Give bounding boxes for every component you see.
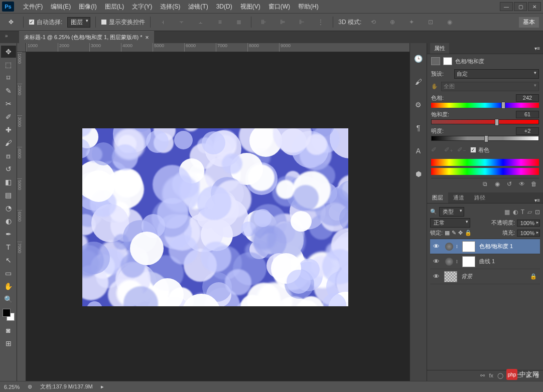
- filter-type-icon[interactable]: T: [521, 209, 524, 216]
- filter-kind-select[interactable]: 类型: [439, 207, 464, 217]
- filter-adj-icon[interactable]: ◐: [513, 209, 518, 216]
- layers-tab[interactable]: 图层: [427, 192, 448, 203]
- link-layers-icon[interactable]: ⚯: [480, 372, 485, 379]
- document-tab[interactable]: 未标题-1 @ 6.25% (色相/饱和度 1, 图层蒙版/8) * ×: [19, 31, 154, 43]
- crop-tool[interactable]: ✂: [1, 98, 16, 110]
- auto-select-target[interactable]: 图层: [67, 17, 90, 28]
- workspace-button[interactable]: 基本: [519, 17, 539, 28]
- lightness-slider[interactable]: [431, 136, 539, 141]
- image-thumbnail[interactable]: [444, 271, 457, 282]
- reset-icon[interactable]: ↺: [507, 180, 515, 187]
- filter-pixel-icon[interactable]: ▦: [504, 209, 510, 216]
- pen-tool[interactable]: ✒: [1, 228, 16, 240]
- clip-to-layer-icon[interactable]: ⧉: [483, 180, 491, 187]
- layer-curves[interactable]: 👁 ⁞ 曲线 1: [430, 254, 540, 269]
- toggle-visibility-icon[interactable]: 👁: [519, 180, 527, 187]
- 3d-panel-icon[interactable]: ⬢: [413, 168, 424, 179]
- hue-value-input[interactable]: 242: [516, 94, 539, 102]
- menu-view[interactable]: 视图(V): [236, 3, 264, 11]
- visibility-toggle[interactable]: 👁: [430, 243, 442, 250]
- menu-type[interactable]: 文字(Y): [128, 3, 156, 11]
- zoom-level[interactable]: 6.25%: [4, 384, 20, 390]
- layers-menu-icon[interactable]: ▾≡: [531, 198, 543, 203]
- menu-edit[interactable]: 编辑(E): [47, 3, 75, 11]
- tab-close-icon[interactable]: ×: [146, 34, 149, 41]
- blur-tool[interactable]: ◔: [1, 202, 16, 214]
- visibility-toggle[interactable]: 👁: [430, 273, 442, 280]
- mask-thumbnail[interactable]: [462, 241, 475, 252]
- channels-tab[interactable]: 通道: [448, 192, 469, 203]
- lasso-tool[interactable]: ⌑: [1, 72, 16, 84]
- screen-mode-toggle[interactable]: ⊞: [1, 337, 16, 349]
- brush-tool[interactable]: 🖌: [1, 137, 16, 149]
- blend-mode-select[interactable]: 正常: [430, 218, 470, 228]
- path-select-tool[interactable]: ↖: [1, 254, 16, 266]
- brush-panel-icon[interactable]: 🖌: [413, 76, 424, 87]
- quick-mask-toggle[interactable]: ◙: [1, 324, 16, 336]
- opacity-input[interactable]: 100%: [517, 220, 540, 227]
- gradient-tool[interactable]: ▤: [1, 189, 16, 201]
- mask-link-icon[interactable]: ⁞: [456, 259, 460, 264]
- filter-shape-icon[interactable]: ▱: [527, 209, 532, 216]
- delete-adjustment-icon[interactable]: 🗑: [531, 180, 539, 187]
- lock-image-icon[interactable]: ✎: [452, 230, 456, 236]
- menu-image[interactable]: 图像(I): [75, 3, 100, 11]
- lock-all-icon[interactable]: 🔒: [465, 230, 472, 236]
- canvas-image[interactable]: [82, 128, 348, 306]
- zoom-tool[interactable]: 🔍: [1, 293, 16, 305]
- shape-tool[interactable]: ▭: [1, 267, 16, 279]
- properties-tab[interactable]: 属性: [430, 43, 449, 54]
- tab-expand-icon[interactable]: »: [5, 33, 8, 39]
- history-brush-tool[interactable]: ↺: [1, 163, 16, 175]
- saturation-slider[interactable]: [431, 119, 539, 124]
- type-tool[interactable]: T: [1, 241, 16, 253]
- window-close[interactable]: ✕: [528, 2, 541, 11]
- quick-select-tool[interactable]: ✎: [1, 85, 16, 97]
- properties-menu-icon[interactable]: ▾≡: [534, 46, 540, 51]
- brush-preset-icon[interactable]: ⚙: [413, 99, 424, 110]
- layer-name[interactable]: 曲线 1: [479, 258, 537, 265]
- menu-filter[interactable]: 滤镜(T): [184, 3, 212, 11]
- colorize-checkbox[interactable]: ✓着色: [470, 146, 489, 154]
- layer-name[interactable]: 背景: [461, 273, 528, 280]
- menu-layer[interactable]: 图层(L): [101, 3, 128, 11]
- mask-icon[interactable]: [443, 57, 452, 65]
- auto-select-checkbox[interactable]: ✓自动选择:: [29, 18, 62, 27]
- dodge-tool[interactable]: ◐: [1, 215, 16, 227]
- marquee-tool[interactable]: ⬚: [1, 59, 16, 71]
- stamp-tool[interactable]: ⧈: [1, 150, 16, 162]
- menu-window[interactable]: 窗口(W): [264, 3, 294, 11]
- show-transform-checkbox[interactable]: 显示变换控件: [101, 18, 145, 27]
- canvas-area[interactable]: 100020003000400050006000700080009000 100…: [17, 43, 410, 381]
- eraser-tool[interactable]: ◧: [1, 176, 16, 188]
- menu-select[interactable]: 选择(S): [156, 3, 184, 11]
- menu-3d[interactable]: 3D(D): [212, 3, 236, 10]
- lock-trans-icon[interactable]: ▦: [445, 230, 450, 236]
- hue-slider[interactable]: [431, 103, 539, 108]
- ruler-vertical[interactable]: 1000200030004000500060007000: [17, 52, 26, 381]
- window-maximize[interactable]: ▢: [514, 2, 527, 11]
- layer-fx-icon[interactable]: fx: [489, 372, 493, 379]
- fill-input[interactable]: 100%: [517, 230, 540, 237]
- para-panel-icon[interactable]: A: [413, 145, 424, 156]
- paths-tab[interactable]: 路径: [469, 192, 490, 203]
- layer-name[interactable]: 色相/饱和度 1: [479, 243, 537, 250]
- status-info-icon[interactable]: ⊚: [28, 383, 32, 390]
- layer-background[interactable]: 👁 背景 🔒: [430, 269, 540, 284]
- doc-size[interactable]: 文档:137.9 M/137.9M: [40, 383, 93, 390]
- window-minimize[interactable]: —: [500, 2, 513, 11]
- visibility-toggle[interactable]: 👁: [430, 258, 442, 265]
- heal-tool[interactable]: ✚: [1, 124, 16, 136]
- lock-pos-icon[interactable]: ✥: [458, 230, 463, 236]
- hand-tool[interactable]: ✋: [1, 280, 16, 292]
- color-swatches[interactable]: [3, 309, 15, 321]
- mask-link-icon[interactable]: ⁞: [456, 244, 460, 249]
- preset-select[interactable]: 自定: [454, 69, 539, 79]
- filter-smart-icon[interactable]: ⊡: [535, 209, 540, 216]
- saturation-value-input[interactable]: 61: [516, 111, 539, 118]
- layer-hue-sat[interactable]: 👁 ⁞ 色相/饱和度 1: [430, 239, 540, 254]
- history-panel-icon[interactable]: 🕒: [413, 53, 424, 64]
- menu-help[interactable]: 帮助(H): [294, 3, 323, 11]
- view-previous-icon[interactable]: ◉: [495, 180, 503, 187]
- add-mask-icon[interactable]: ◯: [497, 372, 503, 379]
